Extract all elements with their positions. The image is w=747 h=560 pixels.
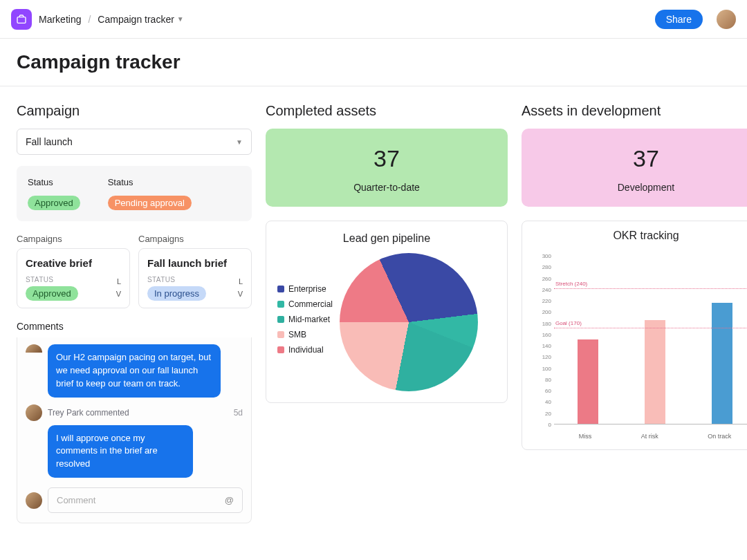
stat-card-completed: 37 Quarter-to-date [266,129,508,207]
comment-placeholder: Comment [57,495,95,505]
status-block-1: Status Approved [28,177,80,210]
topbar: Marketing / Campaign tracker ▼ Share [0,0,747,39]
status-label: Status [28,177,80,187]
breadcrumb-project-label: Campaign tracker [98,14,174,25]
card-letter: L [238,276,243,288]
pie-legend: Enterprise Commercial Mid-market SMB Ind… [277,284,333,360]
pie-chart-title: Lead gen pipeline [277,232,496,245]
legend-item: Individual [277,345,333,355]
campaign-card[interactable]: Creative brief STATUS Approved L V [17,248,130,308]
comment-input[interactable]: Comment @ [48,487,243,513]
share-button[interactable]: Share [655,10,703,29]
svg-rect-0 [17,17,26,23]
comment-author: Trey Park commented [48,408,129,418]
card-letters: L V [238,276,243,300]
stat-number: 37 [273,145,501,172]
campaign-select-value: Fall launch [26,136,73,147]
status-block-2: Status Pending approval [108,177,192,210]
legend-label: Commercial [288,299,333,309]
breadcrumb-workspace[interactable]: Marketing [39,14,81,25]
bar-chart: 0204060801001201401601802002202402602803… [531,250,747,444]
avatar [26,344,42,353]
legend-item: Commercial [277,299,333,309]
pie-chart-panel: Lead gen pipeline Enterprise Commercial … [266,221,508,403]
y-axis: 0204060801001201401601802002202402602803… [531,256,554,424]
comments-stream: Our H2 campaign pacing on target, but we… [17,337,252,523]
stat-number: 37 [528,145,747,172]
campaign-column: Campaign Fall launch ▼ Status Approved S… [17,103,252,523]
chevron-down-icon: ▼ [177,15,184,23]
x-label: Miss [579,433,592,440]
pie-chart [340,253,478,391]
status-badge-pending: Pending approval [108,196,192,210]
chart-grid: Stretch (240)Goal (170) [554,256,747,424]
stat-label: Quarter-to-date [273,182,501,193]
comment-bubble: I will approve once my comments in the b… [48,425,193,478]
comment-meta: Trey Park commented 5d [26,404,243,421]
legend-label: SMB [288,330,306,339]
comment-time: 5d [234,408,243,418]
avatar [26,404,42,421]
status-panel: Status Approved Status Pending approval [17,166,252,221]
legend-item: Mid-market [277,315,333,324]
stat-card-development: 37 Development [522,129,747,207]
breadcrumb-project[interactable]: Campaign tracker ▼ [98,14,183,25]
card-letters: L V [116,276,121,300]
completed-section-title: Completed assets [266,103,508,119]
workspace-icon[interactable] [11,9,32,30]
status-badge-approved: Approved [26,286,78,301]
x-label: At risk [641,433,658,440]
campaign-card[interactable]: Fall launch brief STATUS In progress L V [138,248,252,308]
card-title: Fall launch brief [147,257,243,269]
legend-label: Mid-market [288,315,330,324]
comments-block: Comments Our H2 campaign pacing on targe… [17,321,252,523]
card-status-label: STATUS [26,276,78,283]
comment-item: I will approve once my comments in the b… [26,425,243,478]
legend-label: Enterprise [288,284,326,294]
campaigns-label: Campaigns [17,234,130,244]
stat-label: Development [528,182,747,193]
comment-input-row: Comment @ [26,487,243,513]
card-letter: V [116,288,121,301]
comment-item: Our H2 campaign pacing on target, but we… [26,344,243,398]
content: Campaign Fall launch ▼ Status Approved S… [0,86,747,540]
user-avatar[interactable] [717,10,736,29]
card-title: Creative brief [26,257,121,269]
comment-bubble: Our H2 campaign pacing on target, but we… [48,344,221,398]
page-header: Campaign tracker [0,39,747,86]
bar-chart-title: OKR tracking [531,230,747,242]
x-axis-labels: Miss At risk On track [554,433,747,440]
campaign-section-title: Campaign [17,103,252,119]
x-label: On track [708,433,731,440]
campaigns-label: Campaigns [138,234,252,244]
status-badge-inprogress: In progress [147,286,206,301]
completed-assets-column: Completed assets 37 Quarter-to-date Lead… [266,103,508,523]
mention-icon[interactable]: @ [225,495,234,505]
legend-label: Individual [288,345,324,355]
comments-title: Comments [17,321,252,332]
assets-dev-title: Assets in development [522,103,747,119]
avatar [26,492,42,509]
bar-chart-panel: OKR tracking 020406080100120140160180200… [522,221,747,450]
card-letter: V [238,288,243,301]
assets-dev-column: Assets in development 37 Development OKR… [522,103,747,523]
legend-item: SMB [277,330,333,339]
card-status-label: STATUS [147,276,206,283]
breadcrumb-sep: / [88,14,91,25]
card-letter: L [116,276,121,288]
legend-item: Enterprise [277,284,333,294]
status-badge-approved: Approved [28,196,80,210]
page-title: Campaign tracker [17,51,730,73]
status-label: Status [108,177,192,187]
campaign-select[interactable]: Fall launch ▼ [17,129,252,155]
chevron-down-icon: ▼ [236,138,243,146]
